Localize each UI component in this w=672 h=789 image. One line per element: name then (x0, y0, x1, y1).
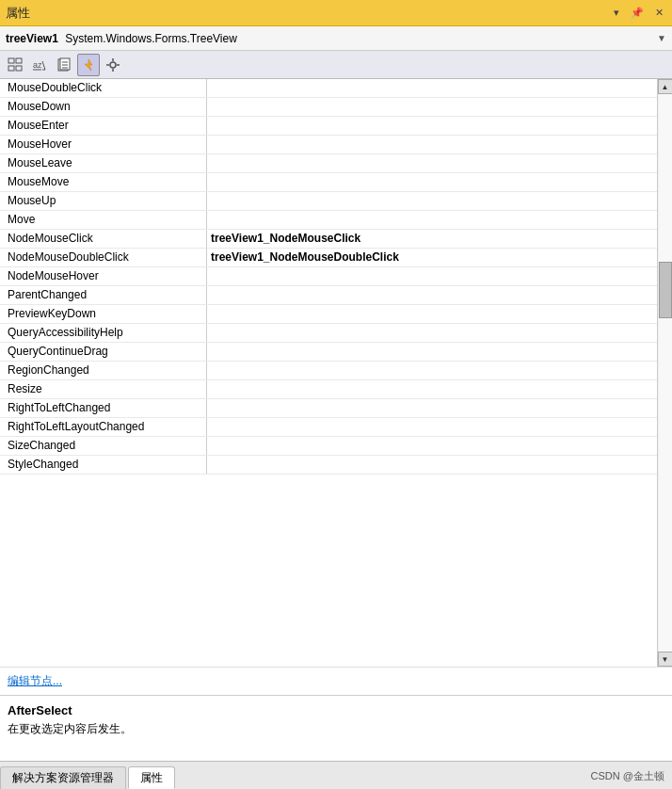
title-bar: 属性 ▾ 📌 ✕ (0, 0, 672, 26)
prop-value-cell (207, 380, 657, 398)
table-row[interactable]: StyleChanged (0, 456, 657, 475)
table-row[interactable]: RightToLeftLayoutChanged (0, 418, 657, 437)
svg-rect-1 (16, 58, 22, 63)
table-row[interactable]: MouseDown (0, 98, 657, 117)
table-row[interactable]: MouseUp (0, 192, 657, 211)
svg-rect-2 (8, 66, 14, 71)
scrollbar: ▲ ▼ (657, 79, 672, 667)
close-button[interactable]: ✕ (652, 6, 666, 20)
toolbar-pages-btn[interactable] (53, 54, 75, 76)
toolbar-categorized-btn[interactable] (4, 54, 26, 76)
panel-title: 属性 (6, 5, 30, 22)
prop-name-cell: NodeMouseDoubleClick (0, 249, 207, 266)
prop-value-cell (207, 192, 657, 210)
table-row[interactable]: SizeChanged (0, 437, 657, 456)
link-row: 编辑节点... (0, 667, 672, 695)
prop-value-cell (207, 305, 657, 323)
settings-icon (105, 57, 120, 72)
prop-name-cell: MouseUp (0, 192, 207, 210)
table-row[interactable]: MouseDoubleClick (0, 79, 657, 98)
table-row[interactable]: QueryContinueDrag (0, 343, 657, 362)
svg-point-12 (110, 62, 116, 68)
toolbar-alphabetical-btn[interactable]: az (28, 54, 51, 76)
properties-panel: MouseDoubleClickMouseDownMouseEnterMouse… (0, 79, 672, 761)
toolbar-settings-btn[interactable] (102, 54, 124, 76)
prop-name-cell: QueryAccessibilityHelp (0, 324, 207, 342)
table-row[interactable]: RegionChanged (0, 362, 657, 380)
prop-value-cell (207, 79, 657, 97)
svg-rect-0 (8, 58, 14, 63)
prop-value-cell (207, 399, 657, 417)
toolbar: az (0, 51, 672, 79)
alphabetical-icon: az (32, 57, 47, 72)
table-row[interactable]: MouseLeave (0, 154, 657, 173)
prop-value-cell (207, 267, 657, 285)
table-row[interactable]: NodeMouseHover (0, 267, 657, 286)
table-row[interactable]: NodeMouseClicktreeView1_NodeMouseClick (0, 230, 657, 249)
prop-name-cell: NodeMouseClick (0, 230, 207, 248)
prop-name-cell: MouseHover (0, 136, 207, 153)
table-row[interactable]: MouseEnter (0, 117, 657, 136)
prop-value-cell (207, 211, 657, 229)
tab-item-1[interactable]: 属性 (128, 766, 175, 789)
table-row[interactable]: Move (0, 211, 657, 230)
prop-name-cell: PreviewKeyDown (0, 305, 207, 323)
prop-name-cell: Resize (0, 380, 207, 398)
table-area: MouseDoubleClickMouseDownMouseEnterMouse… (0, 79, 672, 667)
prop-name-cell: QueryContinueDrag (0, 343, 207, 361)
prop-value-cell (207, 98, 657, 116)
dock-button[interactable]: 📌 (628, 6, 647, 20)
table-row[interactable]: QueryAccessibilityHelp (0, 324, 657, 343)
watermark-text: CSDN @金土顿 (591, 769, 664, 783)
prop-name-cell: RightToLeftChanged (0, 399, 207, 417)
prop-value-cell (207, 136, 657, 153)
prop-name-cell: MouseLeave (0, 154, 207, 172)
component-name: treeView1 (6, 32, 58, 45)
prop-value-cell (207, 154, 657, 172)
table-scroll[interactable]: MouseDoubleClickMouseDownMouseEnterMouse… (0, 79, 657, 667)
events-icon (81, 57, 96, 72)
prop-name-cell: StyleChanged (0, 456, 207, 474)
prop-name-cell: SizeChanged (0, 437, 207, 455)
prop-value-cell (207, 286, 657, 304)
pages-icon (56, 57, 72, 72)
prop-name-cell: MouseDown (0, 98, 207, 116)
title-bar-controls: ▾ 📌 ✕ (611, 6, 666, 20)
scroll-up-arrow[interactable]: ▲ (658, 79, 673, 94)
description-area: AfterSelect 在更改选定内容后发生。 (0, 695, 672, 761)
table-row[interactable]: MouseMove (0, 173, 657, 192)
scroll-track (659, 94, 672, 652)
scroll-thumb[interactable] (659, 262, 672, 318)
prop-value-cell (207, 117, 657, 135)
pin-button[interactable]: ▾ (611, 6, 622, 20)
prop-name-cell: ParentChanged (0, 286, 207, 304)
table-row[interactable]: ParentChanged (0, 286, 657, 305)
scroll-down-arrow[interactable]: ▼ (658, 652, 673, 667)
table-row[interactable]: MouseHover (0, 136, 657, 154)
toolbar-events-btn[interactable] (77, 54, 100, 76)
prop-table: MouseDoubleClickMouseDownMouseEnterMouse… (0, 79, 657, 475)
edit-nodes-link[interactable]: 编辑节点... (8, 674, 62, 687)
component-dropdown-arrow[interactable]: ▼ (657, 33, 666, 43)
categorize-icon (8, 57, 23, 72)
table-row[interactable]: RightToLeftChanged (0, 399, 657, 418)
svg-text:az: az (33, 60, 42, 70)
prop-value-cell: treeView1_NodeMouseDoubleClick (207, 249, 657, 266)
component-type: System.Windows.Forms.TreeView (65, 32, 237, 45)
prop-value-cell (207, 456, 657, 474)
table-row[interactable]: PreviewKeyDown (0, 305, 657, 324)
prop-value-cell: treeView1_NodeMouseClick (207, 230, 657, 248)
prop-name-cell: Move (0, 211, 207, 229)
component-selector[interactable]: treeView1 System.Windows.Forms.TreeView … (0, 26, 672, 51)
description-title: AfterSelect (8, 703, 664, 717)
tab-item-0[interactable]: 解决方案资源管理器 (0, 766, 126, 789)
table-row[interactable]: Resize (0, 380, 657, 399)
prop-name-cell: MouseMove (0, 173, 207, 191)
prop-name-cell: RegionChanged (0, 362, 207, 379)
description-text: 在更改选定内容后发生。 (8, 721, 664, 737)
table-row[interactable]: NodeMouseDoubleClicktreeView1_NodeMouseD… (0, 249, 657, 267)
component-info: treeView1 System.Windows.Forms.TreeView (6, 32, 237, 45)
prop-name-cell: RightToLeftLayoutChanged (0, 418, 207, 436)
svg-rect-3 (16, 66, 22, 71)
prop-value-cell (207, 362, 657, 379)
